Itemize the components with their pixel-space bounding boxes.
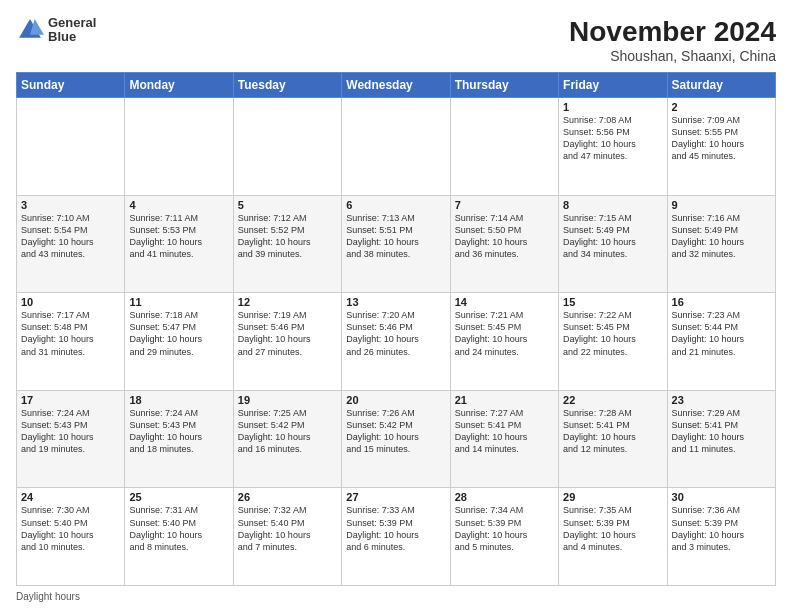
- day-number: 4: [129, 199, 228, 211]
- calendar-cell: 28Sunrise: 7:34 AM Sunset: 5:39 PM Dayli…: [450, 488, 558, 586]
- footer: Daylight hours: [16, 591, 776, 602]
- day-number: 20: [346, 394, 445, 406]
- day-info: Sunrise: 7:35 AM Sunset: 5:39 PM Dayligh…: [563, 505, 636, 551]
- day-number: 29: [563, 491, 662, 503]
- calendar-cell: 27Sunrise: 7:33 AM Sunset: 5:39 PM Dayli…: [342, 488, 450, 586]
- day-number: 15: [563, 296, 662, 308]
- day-info: Sunrise: 7:22 AM Sunset: 5:45 PM Dayligh…: [563, 310, 636, 356]
- day-number: 28: [455, 491, 554, 503]
- day-number: 12: [238, 296, 337, 308]
- calendar-cell: 3Sunrise: 7:10 AM Sunset: 5:54 PM Daylig…: [17, 195, 125, 293]
- weekday-header-thursday: Thursday: [450, 73, 558, 98]
- day-info: Sunrise: 7:24 AM Sunset: 5:43 PM Dayligh…: [21, 408, 94, 454]
- day-info: Sunrise: 7:36 AM Sunset: 5:39 PM Dayligh…: [672, 505, 745, 551]
- calendar-cell: 7Sunrise: 7:14 AM Sunset: 5:50 PM Daylig…: [450, 195, 558, 293]
- day-number: 21: [455, 394, 554, 406]
- weekday-header-saturday: Saturday: [667, 73, 775, 98]
- logo: General Blue: [16, 16, 96, 45]
- calendar-cell: 20Sunrise: 7:26 AM Sunset: 5:42 PM Dayli…: [342, 390, 450, 488]
- week-row-5: 24Sunrise: 7:30 AM Sunset: 5:40 PM Dayli…: [17, 488, 776, 586]
- calendar-cell: 13Sunrise: 7:20 AM Sunset: 5:46 PM Dayli…: [342, 293, 450, 391]
- logo-icon: [16, 16, 44, 44]
- day-number: 27: [346, 491, 445, 503]
- day-info: Sunrise: 7:18 AM Sunset: 5:47 PM Dayligh…: [129, 310, 202, 356]
- weekday-header-wednesday: Wednesday: [342, 73, 450, 98]
- day-number: 25: [129, 491, 228, 503]
- day-number: 16: [672, 296, 771, 308]
- calendar-cell: 8Sunrise: 7:15 AM Sunset: 5:49 PM Daylig…: [559, 195, 667, 293]
- header: General Blue November 2024 Shoushan, Sha…: [16, 16, 776, 64]
- day-info: Sunrise: 7:28 AM Sunset: 5:41 PM Dayligh…: [563, 408, 636, 454]
- calendar-cell: 4Sunrise: 7:11 AM Sunset: 5:53 PM Daylig…: [125, 195, 233, 293]
- week-row-3: 10Sunrise: 7:17 AM Sunset: 5:48 PM Dayli…: [17, 293, 776, 391]
- calendar-cell: 15Sunrise: 7:22 AM Sunset: 5:45 PM Dayli…: [559, 293, 667, 391]
- calendar-cell: 11Sunrise: 7:18 AM Sunset: 5:47 PM Dayli…: [125, 293, 233, 391]
- calendar-cell: [17, 98, 125, 196]
- day-number: 13: [346, 296, 445, 308]
- calendar-cell: 9Sunrise: 7:16 AM Sunset: 5:49 PM Daylig…: [667, 195, 775, 293]
- day-number: 24: [21, 491, 120, 503]
- day-info: Sunrise: 7:34 AM Sunset: 5:39 PM Dayligh…: [455, 505, 528, 551]
- calendar-cell: 21Sunrise: 7:27 AM Sunset: 5:41 PM Dayli…: [450, 390, 558, 488]
- weekday-header-friday: Friday: [559, 73, 667, 98]
- day-info: Sunrise: 7:26 AM Sunset: 5:42 PM Dayligh…: [346, 408, 419, 454]
- calendar-cell: 18Sunrise: 7:24 AM Sunset: 5:43 PM Dayli…: [125, 390, 233, 488]
- day-number: 10: [21, 296, 120, 308]
- calendar-cell: [342, 98, 450, 196]
- day-info: Sunrise: 7:09 AM Sunset: 5:55 PM Dayligh…: [672, 115, 745, 161]
- day-number: 2: [672, 101, 771, 113]
- day-info: Sunrise: 7:21 AM Sunset: 5:45 PM Dayligh…: [455, 310, 528, 356]
- calendar-cell: 5Sunrise: 7:12 AM Sunset: 5:52 PM Daylig…: [233, 195, 341, 293]
- calendar-cell: 26Sunrise: 7:32 AM Sunset: 5:40 PM Dayli…: [233, 488, 341, 586]
- calendar-cell: 6Sunrise: 7:13 AM Sunset: 5:51 PM Daylig…: [342, 195, 450, 293]
- day-number: 3: [21, 199, 120, 211]
- day-number: 9: [672, 199, 771, 211]
- week-row-4: 17Sunrise: 7:24 AM Sunset: 5:43 PM Dayli…: [17, 390, 776, 488]
- weekday-header-row: SundayMondayTuesdayWednesdayThursdayFrid…: [17, 73, 776, 98]
- logo-line1: General: [48, 16, 96, 30]
- day-number: 11: [129, 296, 228, 308]
- day-number: 8: [563, 199, 662, 211]
- calendar-cell: 2Sunrise: 7:09 AM Sunset: 5:55 PM Daylig…: [667, 98, 775, 196]
- day-info: Sunrise: 7:27 AM Sunset: 5:41 PM Dayligh…: [455, 408, 528, 454]
- calendar-cell: 25Sunrise: 7:31 AM Sunset: 5:40 PM Dayli…: [125, 488, 233, 586]
- page: General Blue November 2024 Shoushan, Sha…: [0, 0, 792, 612]
- calendar-cell: 30Sunrise: 7:36 AM Sunset: 5:39 PM Dayli…: [667, 488, 775, 586]
- calendar-cell: 17Sunrise: 7:24 AM Sunset: 5:43 PM Dayli…: [17, 390, 125, 488]
- day-number: 26: [238, 491, 337, 503]
- day-info: Sunrise: 7:25 AM Sunset: 5:42 PM Dayligh…: [238, 408, 311, 454]
- day-number: 17: [21, 394, 120, 406]
- week-row-1: 1Sunrise: 7:08 AM Sunset: 5:56 PM Daylig…: [17, 98, 776, 196]
- day-info: Sunrise: 7:24 AM Sunset: 5:43 PM Dayligh…: [129, 408, 202, 454]
- weekday-header-sunday: Sunday: [17, 73, 125, 98]
- day-number: 23: [672, 394, 771, 406]
- calendar-cell: [450, 98, 558, 196]
- day-number: 6: [346, 199, 445, 211]
- calendar-cell: 12Sunrise: 7:19 AM Sunset: 5:46 PM Dayli…: [233, 293, 341, 391]
- day-info: Sunrise: 7:17 AM Sunset: 5:48 PM Dayligh…: [21, 310, 94, 356]
- calendar-cell: 29Sunrise: 7:35 AM Sunset: 5:39 PM Dayli…: [559, 488, 667, 586]
- calendar-cell: [125, 98, 233, 196]
- calendar-cell: 19Sunrise: 7:25 AM Sunset: 5:42 PM Dayli…: [233, 390, 341, 488]
- day-number: 14: [455, 296, 554, 308]
- calendar-title: November 2024: [569, 16, 776, 48]
- day-info: Sunrise: 7:11 AM Sunset: 5:53 PM Dayligh…: [129, 213, 202, 259]
- day-info: Sunrise: 7:15 AM Sunset: 5:49 PM Dayligh…: [563, 213, 636, 259]
- calendar-cell: 14Sunrise: 7:21 AM Sunset: 5:45 PM Dayli…: [450, 293, 558, 391]
- title-block: November 2024 Shoushan, Shaanxi, China: [569, 16, 776, 64]
- calendar-cell: 1Sunrise: 7:08 AM Sunset: 5:56 PM Daylig…: [559, 98, 667, 196]
- day-info: Sunrise: 7:13 AM Sunset: 5:51 PM Dayligh…: [346, 213, 419, 259]
- day-number: 1: [563, 101, 662, 113]
- day-number: 18: [129, 394, 228, 406]
- day-number: 7: [455, 199, 554, 211]
- day-info: Sunrise: 7:10 AM Sunset: 5:54 PM Dayligh…: [21, 213, 94, 259]
- day-info: Sunrise: 7:23 AM Sunset: 5:44 PM Dayligh…: [672, 310, 745, 356]
- day-number: 5: [238, 199, 337, 211]
- calendar-subtitle: Shoushan, Shaanxi, China: [569, 48, 776, 64]
- day-info: Sunrise: 7:30 AM Sunset: 5:40 PM Dayligh…: [21, 505, 94, 551]
- day-info: Sunrise: 7:20 AM Sunset: 5:46 PM Dayligh…: [346, 310, 419, 356]
- day-info: Sunrise: 7:29 AM Sunset: 5:41 PM Dayligh…: [672, 408, 745, 454]
- calendar-table: SundayMondayTuesdayWednesdayThursdayFrid…: [16, 72, 776, 586]
- weekday-header-monday: Monday: [125, 73, 233, 98]
- calendar-cell: 24Sunrise: 7:30 AM Sunset: 5:40 PM Dayli…: [17, 488, 125, 586]
